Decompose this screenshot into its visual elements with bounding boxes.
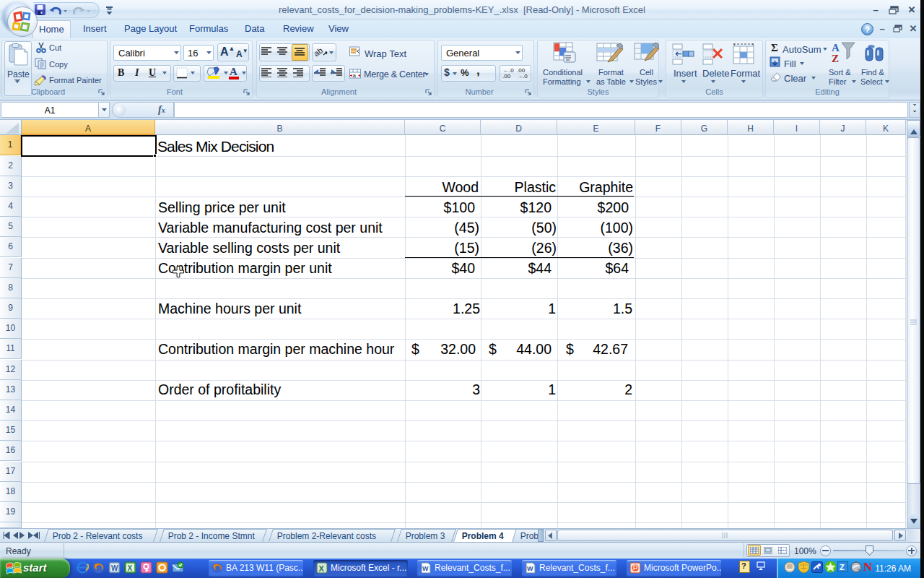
svg-text:.00: .00: [502, 73, 511, 79]
svg-text:ab: ab: [315, 46, 324, 58]
svg-text:→.0: →.0: [517, 73, 528, 79]
svg-text:W: W: [422, 565, 429, 572]
svg-text:Z: Z: [840, 563, 845, 571]
svg-text:A: A: [832, 42, 840, 53]
svg-text:X: X: [128, 564, 133, 572]
svg-text:Z: Z: [832, 53, 839, 64]
svg-text:W: W: [111, 564, 118, 572]
svg-text:a: a: [353, 72, 357, 79]
svg-text:X: X: [319, 564, 325, 573]
svg-text:W: W: [527, 565, 533, 572]
